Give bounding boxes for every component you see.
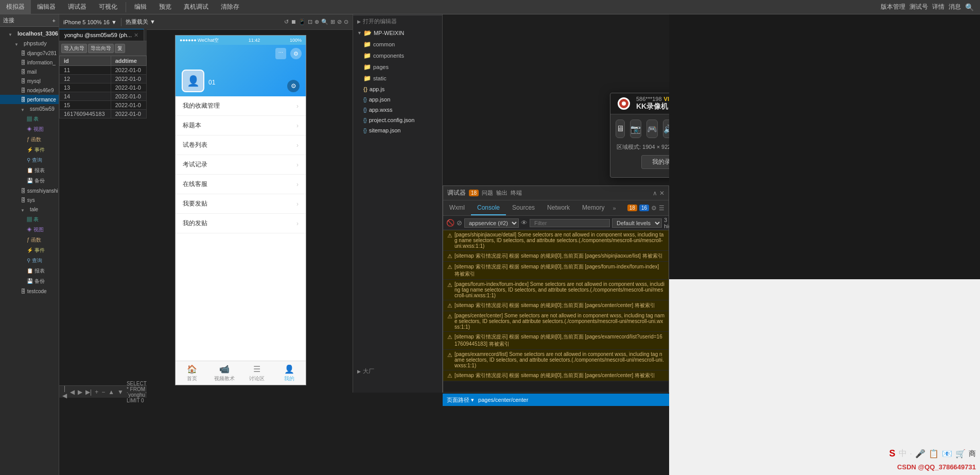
menu-messages[interactable]: 消息 <box>949 3 961 11</box>
watch-label[interactable]: 热重载关 ▼ <box>126 18 155 26</box>
level-select[interactable]: Default levels <box>612 218 662 228</box>
toolbar-filter-icon[interactable]: ⊘ <box>457 219 462 227</box>
menu-item-exams[interactable]: 试卷列表 › <box>176 135 306 155</box>
db-item-ssm05w59[interactable]: ssm05w59 <box>0 104 59 114</box>
db-subfolder-func1[interactable]: ƒ 函数 <box>0 134 59 145</box>
sim-icon-x2[interactable]: ⊙ <box>344 19 348 25</box>
folder-static[interactable]: 📁 static <box>353 73 442 84</box>
tab-yonghu[interactable]: yonghu @ssm05w59 (ph... ✕ <box>59 29 144 41</box>
menu-simulator[interactable]: 模拟器 <box>0 0 31 14</box>
tab-sources[interactable]: Sources <box>506 200 541 215</box>
sim-icon-split[interactable]: ⊡ <box>308 19 312 25</box>
context-select[interactable]: appservice (#2) <box>464 218 519 228</box>
export-btn[interactable]: 导出向导 <box>88 44 114 53</box>
db-item-testcode[interactable]: 🗄 testcode <box>0 286 59 296</box>
table-row[interactable]: 16176094451832022-01-0 <box>60 110 147 118</box>
table-row[interactable]: 142022-01-0 <box>60 92 147 101</box>
db-subfolder-event2[interactable]: ⚡ 事件 <box>0 245 59 256</box>
table-row[interactable]: 112022-01-0 <box>60 66 147 75</box>
sim-icon-phone[interactable]: 📱 <box>299 19 306 25</box>
mp-weixin-folder[interactable]: ▼ 📂 MP-WEIXIN <box>353 27 442 39</box>
file-appjson[interactable]: {} app.json <box>353 94 442 105</box>
db-item-django[interactable]: 🗄 django7v281 <box>0 48 59 58</box>
nav-up[interactable]: ▲ <box>107 388 115 396</box>
folder-pages[interactable]: 📁 pages <box>353 61 442 73</box>
db-subfolder-backup1[interactable]: 💾 备份 <box>0 176 59 186</box>
db-subfolder-table1[interactable]: ▦ 表 <box>0 114 59 124</box>
device-label[interactable]: iPhone 5 100% 16 ▼ <box>63 19 117 25</box>
tab-close-icon[interactable]: ✕ <box>134 32 138 39</box>
taskbar-clipboard-icon[interactable]: 📋 <box>929 449 939 459</box>
nav-me[interactable]: 👤 我的 <box>273 361 306 385</box>
menu-editor[interactable]: 编辑器 <box>31 0 62 14</box>
db-item-mail[interactable]: 🗄 mail <box>0 67 59 76</box>
menu-details[interactable]: 详情 <box>932 3 944 11</box>
nav-next[interactable]: ▶ <box>77 388 83 396</box>
filter-input[interactable] <box>530 219 610 227</box>
tab-wxml[interactable]: Wxml <box>443 200 471 215</box>
db-subfolder-view2[interactable]: ◈ 视图 <box>0 225 59 235</box>
db-item-localhost[interactable]: localhost_3306 <box>0 29 59 39</box>
menu-item-myposts[interactable]: 我的发贴 › <box>176 214 306 233</box>
nav-down[interactable]: ▼ <box>116 388 125 396</box>
kk-camera-btn[interactable]: 📷 <box>630 120 641 138</box>
folder-dachang[interactable]: ▶ 大厂 <box>353 365 442 377</box>
wechat-settings-icon[interactable]: ⚙ <box>290 48 302 59</box>
db-subfolder-view1[interactable]: ◈ 视图 <box>0 124 59 134</box>
taskbar-shop-icon[interactable]: 🛒 <box>955 449 966 459</box>
menu-version[interactable]: 版本管理 <box>881 3 905 11</box>
taskbar-shang-icon[interactable]: 商 <box>969 449 976 459</box>
nav-add[interactable]: + <box>94 388 99 396</box>
menu-real-debug[interactable]: 真机调试 <box>178 0 215 14</box>
folder-components[interactable]: 📁 components <box>353 50 442 61</box>
db-item-information[interactable]: 🗄 information_ <box>0 58 59 67</box>
nav-video[interactable]: 📹 视频教术 <box>208 361 240 385</box>
filter-icon[interactable]: ☰ <box>659 205 664 212</box>
db-subfolder-query1[interactable]: ⚲ 查询 <box>0 155 59 165</box>
menu-clear[interactable]: 清除存 <box>215 0 246 14</box>
menu-preview[interactable]: 预览 <box>153 0 178 14</box>
taskbar-cn-icon[interactable]: 中 <box>899 448 907 459</box>
table-row[interactable]: 152022-01-0 <box>60 101 147 110</box>
sim-icon-refresh[interactable]: ↺ <box>284 19 289 25</box>
menu-item-records[interactable]: 考试记录 › <box>176 155 306 175</box>
sim-icon-x1[interactable]: ⊘ <box>337 19 342 25</box>
db-item-tale[interactable]: tale <box>0 205 59 214</box>
sim-icon-add[interactable]: ⊕ <box>314 19 319 25</box>
db-subfolder-backup2[interactable]: 💾 备份 <box>0 276 59 286</box>
toolbar-clear-icon[interactable]: 🚫 <box>446 219 454 227</box>
menu-test[interactable]: 测试号 <box>909 3 928 11</box>
tab-console[interactable]: Console <box>471 200 506 215</box>
nav-last[interactable]: ▶| <box>84 388 93 396</box>
add-connection-icon[interactable]: + <box>52 18 56 24</box>
taskbar-s-icon[interactable]: S <box>889 448 896 459</box>
menu-item-post[interactable]: 我要发贴 › <box>176 194 306 214</box>
sim-icon-stop[interactable]: ⏹ <box>291 19 296 25</box>
db-subfolder-event1[interactable]: ⚡ 事件 <box>0 145 59 155</box>
kk-game-btn[interactable]: 🎮 <box>646 120 658 138</box>
db-subfolder-report2[interactable]: 📋 报表 <box>0 266 59 276</box>
db-subfolder-table2[interactable]: ▦ 表 <box>0 214 59 225</box>
table-row[interactable]: 132022-01-0 <box>60 83 147 92</box>
menu-item-title[interactable]: 标题本 › <box>176 116 306 135</box>
search-icon[interactable]: 🔍 <box>965 3 974 11</box>
copy-btn[interactable]: 复 <box>115 44 125 53</box>
taskbar-mic-icon[interactable]: 🎤 <box>915 449 925 459</box>
db-subfolder-query2[interactable]: ⚲ 查询 <box>0 256 59 266</box>
db-item-ssmshiyanshi[interactable]: 🗄 ssmshiyanshi <box>0 186 59 195</box>
wechat-profile-settings[interactable]: ⚙ <box>287 80 300 92</box>
nav-forum[interactable]: ☰ 讨论区 <box>241 361 273 385</box>
file-projectconfig[interactable]: {} project.config.json <box>353 115 442 125</box>
nav-first[interactable]: |◀ <box>61 385 68 399</box>
menu-visual[interactable]: 可视化 <box>93 0 124 14</box>
file-appjs[interactable]: {} app.js <box>353 84 442 94</box>
more-tabs-icon[interactable]: » <box>612 205 616 211</box>
db-item-performance[interactable]: 🗄 performance <box>0 95 59 104</box>
db-item-nodejs[interactable]: 🗄 nodejs46e9 <box>0 86 59 95</box>
table-row[interactable]: 122022-01-0 <box>60 75 147 83</box>
taskbar-mail-icon[interactable]: 📧 <box>942 449 952 459</box>
tab-memory[interactable]: Memory <box>576 200 610 215</box>
open-editors-item[interactable]: ▶ 打开的编辑器 <box>353 15 442 27</box>
toolbar-eye-icon[interactable]: 👁 <box>521 219 528 227</box>
kk-monitor-btn[interactable]: 🖥 <box>616 120 625 138</box>
